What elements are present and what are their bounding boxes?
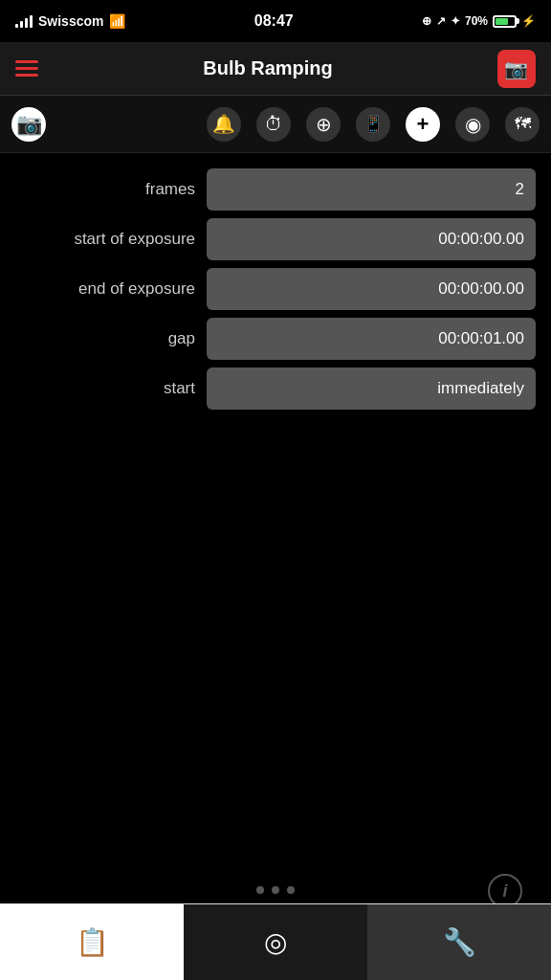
timer-toolbar-button[interactable]: ⏱ — [256, 107, 291, 142]
camera-toolbar-button[interactable]: 📷 — [11, 107, 46, 142]
alarm-icon: 🔔 — [212, 113, 235, 135]
toolbar: 📷 🔔 ⏱ ⊕ 📱 + ◉ 🗺 — [0, 96, 551, 153]
end-exposure-row: end of exposure — [0, 268, 551, 310]
dot-1 — [256, 886, 264, 894]
add-toolbar-button[interactable]: + — [406, 107, 440, 142]
alarm-toolbar-button[interactable]: 🔔 — [207, 107, 241, 142]
tab-settings[interactable]: 🔧 — [367, 904, 551, 980]
end-exposure-label: end of exposure — [15, 279, 207, 299]
start-input[interactable] — [207, 368, 536, 410]
dot-2 — [272, 886, 279, 894]
capture-tab-icon: ◎ — [264, 926, 287, 958]
nav-bar: Bulb Ramping 📷 — [0, 42, 551, 96]
gap-row: gap — [0, 318, 551, 360]
crosshair-toolbar-button[interactable]: ⊕ — [306, 107, 341, 142]
carrier-label: Swisscom — [38, 13, 103, 29]
info-icon: i — [502, 881, 507, 902]
arrow-icon: ↗ — [436, 14, 446, 28]
tab-list[interactable]: 📋 — [0, 904, 184, 980]
status-left: Swisscom 📶 — [15, 13, 125, 29]
camera-button[interactable]: 📷 — [497, 50, 536, 88]
location-icon: ⊕ — [422, 14, 431, 28]
battery-icon — [493, 15, 517, 28]
start-row: start — [0, 368, 551, 410]
dot-3 — [287, 886, 295, 894]
start-label: start — [15, 379, 207, 398]
bluetooth-icon: ✦ — [451, 14, 460, 28]
phone-icon: 📱 — [364, 114, 384, 134]
wifi-icon: 📶 — [109, 13, 125, 29]
form-area: frames start of exposure end of exposure… — [0, 153, 551, 433]
start-exposure-label: start of exposure — [15, 230, 207, 249]
timer-icon: ⏱ — [265, 114, 283, 135]
start-exposure-row: start of exposure — [0, 218, 551, 260]
status-right: ⊕ ↗ ✦ 70% ⚡ — [422, 14, 536, 28]
phone-toolbar-button[interactable]: 📱 — [356, 107, 390, 142]
status-bar: Swisscom 📶 08:47 ⊕ ↗ ✦ 70% ⚡ — [0, 0, 551, 42]
map-toolbar-button[interactable]: 🗺 — [505, 107, 540, 142]
gap-label: gap — [15, 329, 207, 348]
hamburger-line-3 — [15, 74, 38, 77]
plus-icon: + — [417, 112, 430, 137]
gap-input[interactable] — [207, 318, 536, 360]
page-indicators — [0, 886, 551, 894]
camera-small-icon: 📷 — [16, 112, 42, 137]
hamburger-line-1 — [15, 60, 38, 63]
signal-icon — [15, 14, 33, 28]
charging-icon: ⚡ — [521, 14, 536, 28]
tab-capture[interactable]: ◎ — [184, 904, 367, 980]
status-time: 08:47 — [254, 12, 294, 30]
pin-icon: ◉ — [465, 113, 481, 136]
frames-row: frames — [0, 168, 551, 211]
frames-label: frames — [15, 180, 207, 199]
start-exposure-input[interactable] — [207, 218, 536, 260]
map-icon: 🗺 — [515, 115, 531, 134]
menu-button[interactable] — [15, 60, 38, 77]
pin-toolbar-button[interactable]: ◉ — [455, 107, 490, 142]
end-exposure-input[interactable] — [207, 268, 536, 310]
frames-input[interactable] — [207, 168, 536, 211]
camera-icon: 📷 — [504, 57, 528, 80]
list-tab-icon: 📋 — [76, 926, 109, 958]
page-title: Bulb Ramping — [203, 57, 333, 79]
settings-tab-icon: 🔧 — [443, 926, 476, 958]
hamburger-line-2 — [15, 67, 38, 70]
tab-bar: 📋 ◎ 🔧 — [0, 903, 551, 980]
battery-percent: 70% — [465, 14, 488, 28]
crosshair-icon: ⊕ — [316, 113, 332, 136]
